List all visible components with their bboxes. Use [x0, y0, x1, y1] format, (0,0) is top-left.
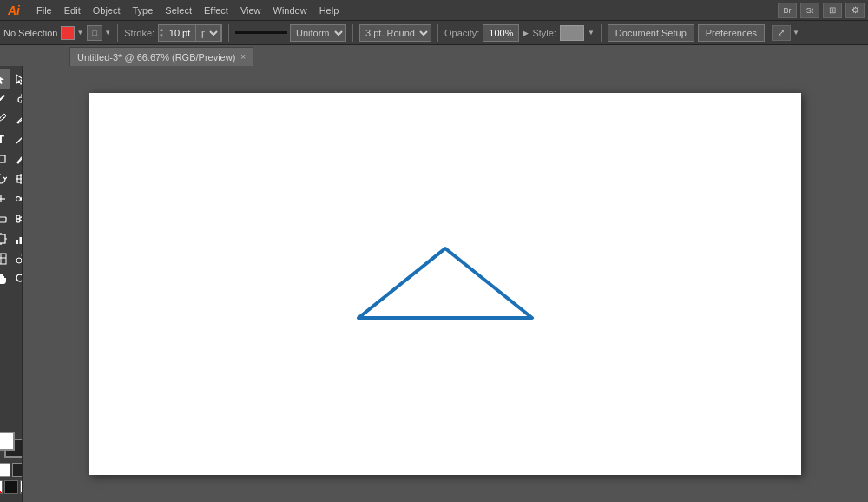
- menu-edit[interactable]: Edit: [59, 3, 86, 17]
- document-tab[interactable]: Untitled-3* @ 66.67% (RGB/Preview) ×: [69, 47, 253, 66]
- stroke-indicator: □ ▼: [87, 25, 111, 41]
- stroke-preview: [235, 31, 287, 34]
- stock-icon[interactable]: St: [800, 3, 819, 18]
- stroke-indicator-small[interactable]: [12, 463, 23, 477]
- tab-title: Untitled-3* @ 66.67% (RGB/Preview): [77, 52, 235, 63]
- stroke-input[interactable]: [164, 28, 195, 38]
- fill-arrow[interactable]: ▼: [76, 29, 83, 36]
- tool-row-1: [0, 69, 23, 89]
- workspace-icon[interactable]: ⊞: [823, 3, 842, 18]
- magic-wand-tool[interactable]: [0, 89, 10, 109]
- options-toolbar: No Selection ▼ □ ▼ Stroke: ▲▼ pt Uniform…: [0, 21, 868, 45]
- pencil-tool[interactable]: [11, 109, 23, 129]
- svg-line-5: [16, 135, 23, 143]
- stroke-value-wrap: ▲▼ pt: [158, 24, 222, 42]
- arrange-icon[interactable]: ⤢: [772, 25, 791, 41]
- svg-rect-25: [16, 240, 18, 244]
- sync-icon[interactable]: ⚙: [845, 3, 865, 18]
- bridge-icon[interactable]: Br: [778, 3, 797, 18]
- svg-point-16: [16, 215, 20, 219]
- transform-tool[interactable]: [11, 169, 23, 188]
- color-black[interactable]: [4, 480, 18, 494]
- divider-2: [228, 24, 229, 42]
- tool-row-8: [0, 209, 23, 228]
- arrange-btn-wrap: ⤢ ▼: [772, 25, 799, 41]
- paintbrush-tool[interactable]: [11, 149, 23, 168]
- color-mode-row: [0, 480, 23, 494]
- width-tool[interactable]: [0, 189, 10, 208]
- style-arrow[interactable]: ▼: [588, 29, 595, 36]
- direct-selection-tool[interactable]: [11, 69, 23, 89]
- color-section: [0, 430, 23, 496]
- scissors-tool[interactable]: [11, 209, 23, 228]
- tool-row-5: [0, 149, 23, 168]
- opacity-input[interactable]: [483, 28, 518, 38]
- line-tool[interactable]: [11, 129, 23, 149]
- menu-effect[interactable]: Effect: [199, 3, 233, 17]
- menu-window[interactable]: Window: [268, 3, 312, 17]
- menu-object[interactable]: Object: [88, 3, 126, 17]
- menu-help[interactable]: Help: [314, 3, 345, 17]
- bar-graph-tool[interactable]: [11, 229, 23, 248]
- eraser-tool[interactable]: [0, 209, 10, 228]
- arrow-indicator: ▶: [523, 29, 529, 37]
- opacity-wrap: [483, 24, 519, 42]
- stroke-uniform[interactable]: Uniform: [290, 24, 346, 42]
- svg-rect-15: [0, 217, 6, 222]
- triangle-svg: [350, 240, 541, 327]
- pen-tool[interactable]: [0, 109, 10, 129]
- artboard: [89, 93, 801, 475]
- lasso-tool[interactable]: [11, 89, 23, 109]
- menu-view[interactable]: View: [235, 3, 266, 17]
- document-setup-btn[interactable]: Document Setup: [608, 24, 694, 42]
- blend-tool[interactable]: [11, 189, 23, 208]
- style-label: Style:: [532, 28, 556, 38]
- divider-5: [601, 24, 602, 42]
- tab-close[interactable]: ×: [240, 52, 246, 62]
- stroke-style-wrap: Uniform: [235, 24, 346, 42]
- canvas-area[interactable]: [23, 66, 868, 502]
- menu-type[interactable]: Type: [128, 3, 159, 17]
- stroke-mode-btn[interactable]: □: [87, 25, 102, 41]
- tab-bar: Untitled-3* @ 66.67% (RGB/Preview) ×: [0, 45, 868, 66]
- triangle-shape[interactable]: [358, 248, 532, 318]
- stroke-unit[interactable]: pt: [195, 24, 221, 42]
- menu-right-icons: Br St ⊞ ⚙: [778, 3, 865, 18]
- arrange-arrow[interactable]: ▼: [792, 29, 799, 36]
- symbol-sprayer-tool[interactable]: [11, 249, 23, 268]
- hand-tool[interactable]: [0, 269, 10, 288]
- tool-row-4: T: [0, 129, 23, 149]
- divider-1: [117, 24, 118, 42]
- svg-point-17: [16, 219, 20, 222]
- stroke-arrow[interactable]: ▼: [104, 29, 111, 36]
- app-logo: Ai: [3, 3, 24, 17]
- svg-rect-20: [0, 234, 5, 243]
- svg-rect-6: [0, 155, 5, 162]
- divider-3: [352, 24, 353, 42]
- fill-swatch[interactable]: [61, 26, 75, 40]
- selection-tool[interactable]: [0, 69, 10, 89]
- preferences-btn[interactable]: Preferences: [698, 24, 765, 42]
- artboard-tool[interactable]: [0, 229, 10, 248]
- rect-tool[interactable]: [0, 149, 10, 168]
- triangle-container: [350, 240, 541, 328]
- stroke-cap-select[interactable]: 3 pt. Round: [359, 24, 431, 42]
- style-box[interactable]: [560, 25, 584, 41]
- selection-label: No Selection: [3, 28, 57, 38]
- color-none[interactable]: [0, 480, 3, 494]
- zoom-tool[interactable]: [11, 269, 23, 288]
- menu-file[interactable]: File: [31, 3, 57, 17]
- menu-select[interactable]: Select: [160, 3, 197, 17]
- rotate-tool[interactable]: [0, 169, 10, 188]
- slice-tool[interactable]: [0, 249, 10, 268]
- type-tool[interactable]: T: [0, 129, 10, 149]
- svg-point-35: [16, 274, 23, 281]
- tool-row-6: [0, 169, 23, 188]
- tool-row-9: [0, 229, 23, 248]
- fill-color-box[interactable]: [0, 432, 15, 451]
- fill-indicator-small[interactable]: [0, 463, 10, 477]
- svg-marker-0: [0, 75, 4, 84]
- tool-row-2: [0, 89, 23, 109]
- color-boxes: [0, 432, 23, 459]
- divider-4: [437, 24, 438, 42]
